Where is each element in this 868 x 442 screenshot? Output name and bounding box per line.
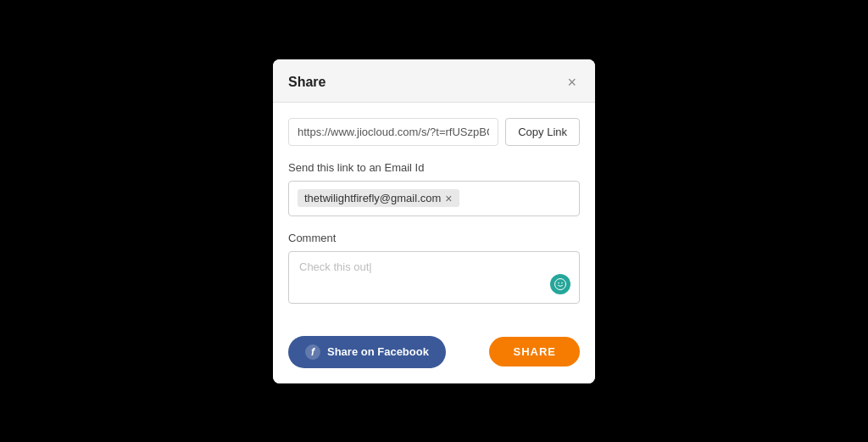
share-button[interactable]: SHARE (489, 337, 580, 366)
modal-body: Copy Link Send this link to an Email Id … (273, 103, 595, 336)
copy-link-button[interactable]: Copy Link (505, 118, 580, 146)
modal-overlay: Share × Copy Link Send this link to an E… (0, 0, 868, 442)
email-tag-remove-button[interactable]: × (445, 193, 452, 204)
svg-point-2 (561, 282, 563, 283)
share-modal: Share × Copy Link Send this link to an E… (273, 59, 595, 383)
modal-header: Share × (273, 59, 595, 103)
close-button[interactable]: × (564, 73, 580, 92)
comment-label: Comment (288, 232, 580, 244)
email-tag-value: thetwilightfirefly@gmail.com (304, 192, 441, 204)
comment-container (288, 251, 580, 304)
facebook-share-button[interactable]: f Share on Facebook (288, 336, 446, 368)
email-tags-container[interactable]: thetwilightfirefly@gmail.com × (288, 181, 580, 216)
svg-point-0 (555, 278, 566, 289)
modal-title: Share (288, 75, 326, 90)
email-tag: thetwilightfirefly@gmail.com × (298, 189, 459, 207)
facebook-button-label: Share on Facebook (327, 345, 429, 358)
facebook-icon: f (305, 344, 320, 360)
svg-point-1 (558, 282, 559, 283)
email-section-label: Send this link to an Email Id (288, 161, 580, 174)
emoji-button[interactable] (550, 274, 570, 294)
link-row: Copy Link (288, 118, 580, 146)
link-input[interactable] (288, 118, 498, 146)
emoji-icon (550, 274, 570, 294)
comment-input[interactable] (289, 252, 579, 303)
modal-footer: f Share on Facebook SHARE (273, 336, 595, 383)
